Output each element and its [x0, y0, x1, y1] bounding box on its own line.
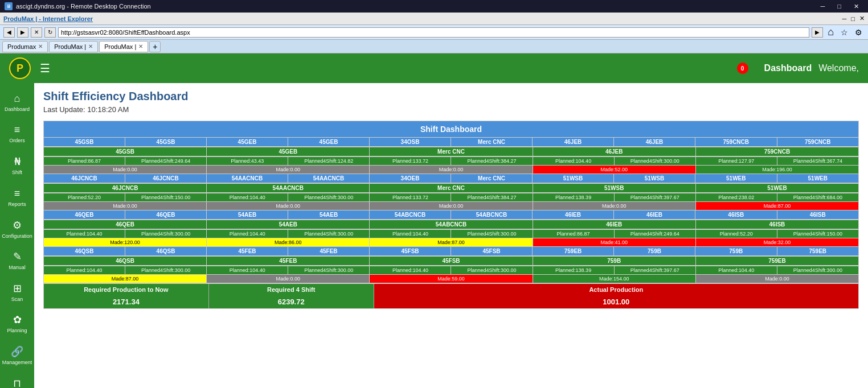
browser-minimize[interactable]: ─ [842, 15, 847, 22]
p-34osb-shift: Planned4Shift:384.27 [451, 157, 533, 165]
browser-restore[interactable]: □ [849, 15, 857, 22]
made-val-54aeb: Made:86.00 [207, 238, 369, 246]
tab-close-1[interactable]: ✕ [38, 43, 43, 49]
hamburger-menu[interactable]: ☰ [38, 59, 52, 77]
ch-45feb-2: 45FEB [288, 247, 370, 256]
col-group-r2-5: 51WEB 51WEB [695, 174, 858, 183]
tools-btn[interactable]: ⚙ [853, 28, 865, 37]
tab-close-2[interactable]: ✕ [88, 43, 93, 49]
address-input[interactable] [58, 27, 809, 38]
go-btn[interactable]: ▶ [812, 27, 823, 38]
p-54aeb-shift: Planned4Shift:300.00 [288, 230, 370, 238]
p-46jeb-1-shift: Planned4Shift:300.00 [615, 157, 696, 165]
p-45fsb-shift: Planned4Shift:300.00 [451, 266, 533, 274]
p-46jeb-1-planned: Planned:104.40 [533, 157, 615, 165]
refresh-btn[interactable]: ↻ [44, 27, 56, 38]
col-group-r4-4: 759EB 759B [533, 247, 695, 256]
ch-46ieb-2: 46IEB [614, 210, 695, 220]
ch-54aacncb-2: 54AACNCB [288, 174, 370, 183]
close-btn[interactable]: ✕ [849, 3, 863, 10]
p-54abcncb-planned: Planned:104.40 [370, 230, 451, 238]
sidebar-item-shift[interactable]: ₦ Shift [1, 151, 33, 180]
ch-54aeb-1: 54AEB [207, 210, 288, 220]
made-val-46qeb: Made:120.00 [44, 238, 206, 246]
col-group-5: 759CNCB 759CNCB [695, 138, 858, 147]
made-val-54aacncb: Made:0.00 [207, 202, 369, 210]
sidebar-item-scan[interactable]: ⊞ Scan [1, 278, 33, 307]
p-759b-shift: Planned4Shift:397.67 [615, 266, 696, 274]
sidebar-label-manual: Manual [9, 265, 26, 270]
last-update: Last Update: 10:18:20 AM [43, 105, 859, 114]
sub-45feb: 45FEB [207, 257, 370, 266]
notification-badge[interactable]: 0 [737, 63, 748, 74]
col-group-r4-2: 45FEB 45FEB [207, 247, 370, 256]
summary-values-row: 2171.34 6239.72 1001.00 [44, 295, 858, 308]
sidebar-item-dashboard[interactable]: ⌂ Dashboard [1, 88, 33, 117]
sidebar-item-messages[interactable]: ⊓ Messages [1, 372, 33, 388]
p-45gsb-1-shift: Planned4Shift:249.64 [125, 157, 207, 165]
tab-produmax3[interactable]: ProduMax | ✕ [99, 41, 148, 52]
sub-759cncb: 759CNCB [696, 147, 858, 156]
home-btn[interactable]: ⌂ [825, 26, 836, 38]
made-row-4: Made:87.00 Made:0.00 Made:59.00 Made:154… [44, 275, 858, 283]
sidebar-item-manual[interactable]: ✎ Manual [1, 246, 33, 275]
tab-produmax2[interactable]: ProduMax | ✕ [49, 41, 98, 52]
browser-close[interactable]: ✕ [859, 15, 865, 22]
back-btn[interactable]: ◀ [3, 27, 15, 38]
made-val-46isb: Made:32.00 [696, 238, 858, 246]
main-layout: ⌂ Dashboard ≡ Orders ₦ Shift ≡ Reports ⚙… [0, 83, 868, 388]
p-54aacncb-shift: Planned4Shift:300.00 [288, 193, 370, 201]
sidebar-item-reports[interactable]: ≡ Reports [1, 183, 33, 212]
col-group-r4-1: 46QSB 46QSB [44, 247, 207, 256]
sidebar-item-configuration[interactable]: ⚙ Configuration [1, 214, 33, 243]
stop-btn[interactable]: ✕ [31, 27, 42, 38]
address-bar: ◀ ▶ ✕ ↻ ▶ ⌂ ☆ ⚙ [0, 25, 868, 40]
sidebar-item-planning[interactable]: ✿ Planning [1, 309, 33, 339]
made-val-759b: Made:154.00 [533, 275, 695, 283]
sub-759eb: 759EB [696, 257, 858, 266]
made-46isb: Made:32.00 [696, 238, 858, 246]
page-title: Shift Efficiency Dashboard [43, 90, 859, 103]
ch-759eb: 759EB [533, 247, 614, 256]
sub-merccnc-r2: Merc CNC [370, 184, 533, 193]
ch-46qeb-2: 46QEB [125, 210, 207, 220]
col-group-r2-4: 51WSB 51WSB [533, 174, 695, 183]
p-45feb-planned: Planned:104.40 [207, 266, 288, 274]
sidebar-item-management[interactable]: 🔗 Management [1, 341, 33, 370]
p-46qsb-shift: Planned4Shift:300.00 [125, 266, 207, 274]
restore-btn[interactable]: □ [833, 3, 846, 10]
made-46qeb: Made:120.00 [44, 238, 207, 246]
made-val-51wsb: Made:0.00 [533, 202, 695, 210]
ch-54aeb-2: 54AEB [288, 210, 370, 220]
col-group-2: 45GEB 45GEB [207, 138, 370, 147]
star-btn[interactable]: ☆ [838, 28, 850, 37]
made-759b: Made:154.00 [533, 275, 696, 283]
col-header-45gsb-2: 45GSB [125, 138, 207, 147]
ch-45fsb-2: 45FSB [451, 247, 533, 256]
summary-req-prod-value: 2171.34 [44, 295, 209, 308]
col-group-3: 34OSB Merc CNC [370, 138, 533, 147]
tab-produmax1[interactable]: Produmax ✕ [2, 41, 48, 52]
made-46jeb-1: Made:52.00 [533, 166, 696, 174]
title-bar-icon: 🖥 [5, 2, 13, 10]
ch-51wsb-2: 51WSB [614, 174, 695, 183]
col-header-46jeb-2: 46JEB [614, 138, 695, 147]
p-46qsb-planned: Planned:104.40 [44, 266, 125, 274]
made-val-45fsb: Made:59.00 [370, 275, 532, 283]
minimize-btn[interactable]: ─ [816, 3, 830, 10]
p-54aeb-planned: Planned:104.40 [207, 230, 288, 238]
col-header-34osb: 34OSB [370, 138, 451, 147]
col-header-45geb-2: 45GEB [288, 138, 370, 147]
made-val-54abcncb: Made:87.00 [370, 238, 532, 246]
forward-btn[interactable]: ▶ [17, 27, 28, 38]
col-group-r3-4: 46IEB 46IEB [533, 210, 695, 220]
col-group-r3-3: 54ABCNCB 54ABCNCB [370, 210, 533, 220]
sub-51web: 51WEB [696, 184, 858, 193]
p-759eb-shift: Planned4Shift:300.00 [777, 266, 858, 274]
summary-actual-prod-label: Actual Production [374, 284, 858, 295]
browser-menu[interactable]: ProduMax | - Internet Explorer [3, 15, 93, 22]
tab-close-3[interactable]: ✕ [138, 43, 143, 49]
new-tab-btn[interactable]: + [149, 41, 161, 52]
sidebar-item-orders[interactable]: ≡ Orders [1, 119, 33, 149]
sidebar-label-planning: Planning [7, 328, 27, 333]
